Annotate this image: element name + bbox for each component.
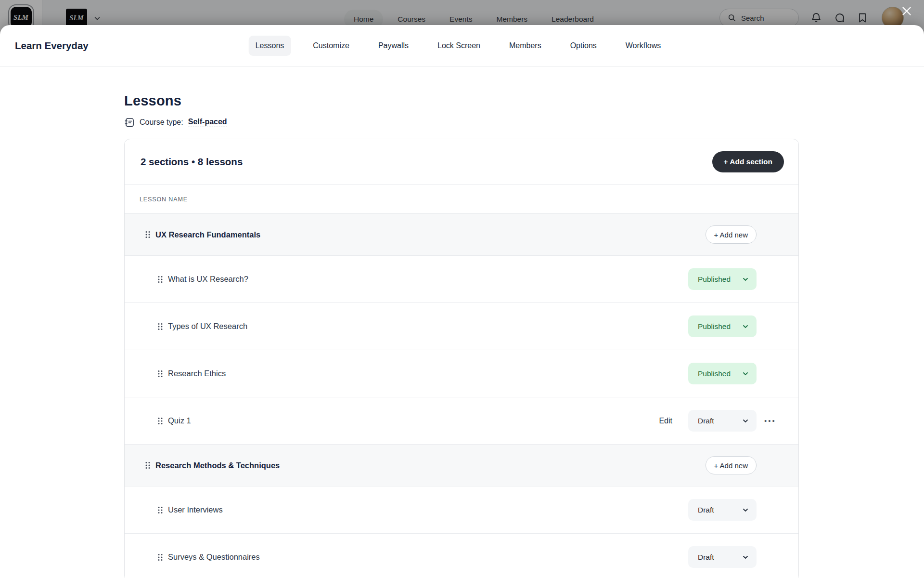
- tab-lock-screen[interactable]: Lock Screen: [431, 36, 487, 56]
- chevron-down-icon: [742, 553, 749, 561]
- drag-handle-icon[interactable]: [157, 323, 163, 330]
- lesson-row: User Interviews Draft: [125, 486, 798, 534]
- chevron-down-icon: [742, 417, 749, 425]
- lesson-row: What is UX Research? Published: [125, 256, 798, 303]
- tab-lessons[interactable]: Lessons: [249, 36, 291, 56]
- drag-handle-icon[interactable]: [157, 506, 163, 514]
- tab-customize[interactable]: Customize: [306, 36, 356, 56]
- status-dropdown[interactable]: Draft: [688, 546, 757, 568]
- page-title: Lessons: [124, 93, 800, 109]
- edit-link[interactable]: Edit: [659, 417, 672, 425]
- course-type-value[interactable]: Self-paced: [188, 118, 227, 127]
- lesson-title: Types of UX Research: [168, 322, 247, 331]
- section-title: Research Methods & Techniques: [155, 461, 280, 470]
- close-icon[interactable]: [900, 5, 913, 17]
- status-dropdown[interactable]: Draft: [688, 499, 757, 521]
- more-menu-icon[interactable]: •••: [764, 417, 776, 424]
- sections-lessons-summary: 2 sections • 8 lessons: [141, 156, 243, 168]
- add-new-button[interactable]: + Add new: [706, 225, 757, 244]
- lesson-row: Research Ethics Published: [125, 350, 798, 397]
- chevron-down-icon: [742, 276, 749, 283]
- chevron-down-icon: [742, 323, 749, 330]
- tab-members[interactable]: Members: [502, 36, 548, 56]
- lesson-row: Types of UX Research Published: [125, 303, 798, 350]
- status-dropdown[interactable]: Draft: [688, 410, 757, 432]
- course-type-row: Course type: Self-paced: [124, 117, 800, 128]
- section-row: Research Methods & Techniques + Add new: [125, 445, 798, 486]
- drag-handle-icon[interactable]: [145, 231, 151, 238]
- lesson-title: Quiz 1: [168, 416, 191, 425]
- lessons-page: Lessons Course type: Self-paced 2 sectio…: [0, 66, 924, 578]
- lesson-title: What is UX Research?: [168, 275, 248, 284]
- drag-handle-icon[interactable]: [157, 553, 163, 561]
- drag-handle-icon[interactable]: [157, 370, 163, 378]
- status-label: Published: [698, 275, 731, 284]
- status-dropdown[interactable]: Published: [688, 363, 757, 384]
- lesson-title: User Interviews: [168, 505, 223, 514]
- chevron-down-icon: [742, 370, 749, 378]
- add-section-button[interactable]: + Add section: [712, 151, 784, 172]
- chevron-down-icon: [742, 506, 749, 514]
- notebook-icon: [124, 117, 135, 128]
- tab-workflows[interactable]: Workflows: [619, 36, 668, 56]
- tab-options[interactable]: Options: [564, 36, 603, 56]
- section-title: UX Research Fundamentals: [155, 230, 260, 239]
- status-label: Draft: [698, 417, 714, 425]
- course-type-label: Course type:: [140, 118, 183, 127]
- add-new-button[interactable]: + Add new: [706, 456, 757, 474]
- lesson-title: Surveys & Questionnaires: [168, 552, 260, 562]
- lesson-title: Research Ethics: [168, 369, 226, 378]
- modal-header: Learn Everyday LessonsCustomizePaywallsL…: [0, 25, 924, 66]
- status-label: Draft: [698, 553, 714, 562]
- card-header: 2 sections • 8 lessons + Add section: [125, 139, 798, 185]
- course-admin-modal: Learn Everyday LessonsCustomizePaywallsL…: [0, 25, 924, 578]
- course-admin-tabs: LessonsCustomizePaywallsLock ScreenMembe…: [249, 36, 668, 56]
- drag-handle-icon[interactable]: [157, 417, 163, 425]
- status-dropdown[interactable]: Published: [688, 315, 757, 337]
- lesson-row: Quiz 1 Edit Draft •••: [125, 397, 798, 445]
- status-label: Draft: [698, 506, 714, 514]
- drag-handle-icon[interactable]: [157, 276, 163, 283]
- drag-handle-icon[interactable]: [145, 461, 151, 469]
- screen: SLM SLM HomeCoursesEventsMembersLeaderbo…: [0, 0, 924, 578]
- status-label: Published: [698, 369, 731, 378]
- section-row: UX Research Fundamentals + Add new: [125, 214, 798, 256]
- column-header-lesson-name: LESSON NAME: [125, 185, 798, 214]
- lessons-card: 2 sections • 8 lessons + Add section LES…: [124, 139, 799, 578]
- tab-paywalls[interactable]: Paywalls: [372, 36, 415, 56]
- lessons-table: UX Research Fundamentals + Add new What …: [125, 214, 798, 578]
- status-dropdown[interactable]: Published: [688, 268, 757, 290]
- course-title: Learn Everyday: [15, 40, 89, 52]
- lesson-row: Surveys & Questionnaires Draft: [125, 534, 798, 578]
- status-label: Published: [698, 322, 731, 331]
